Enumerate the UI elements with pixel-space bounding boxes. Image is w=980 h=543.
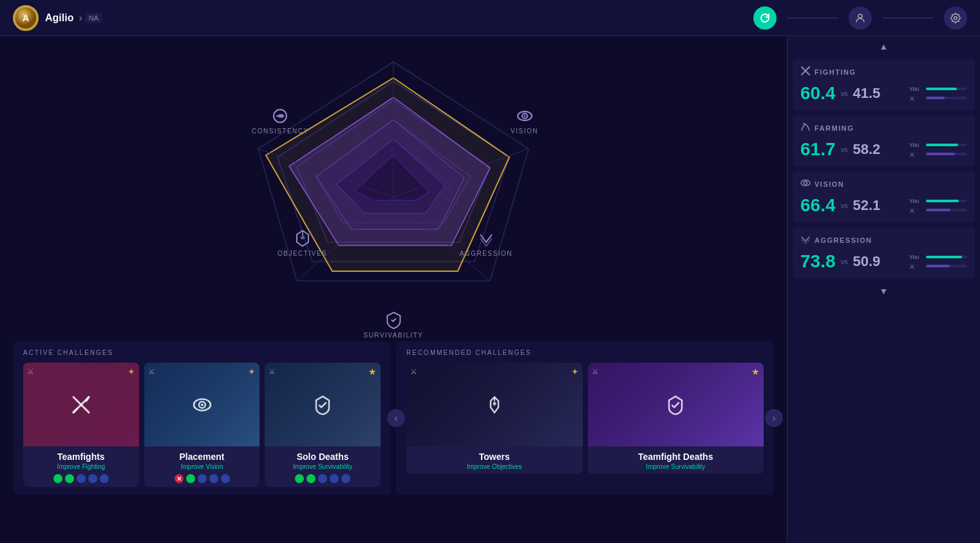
aggression-you-track	[926, 256, 967, 258]
dot-sb3	[341, 474, 350, 483]
scroll-down-button[interactable]: ▼	[787, 281, 980, 301]
label-consistency: CONSISTENCY	[252, 107, 309, 135]
farming-score: 61.7	[800, 139, 836, 160]
aggression-them-label: ⚔	[909, 263, 923, 270]
dot-3	[77, 474, 86, 483]
stat-card-vision: VISION 66.4 vs 52.1 You ⚔	[793, 171, 975, 222]
placement-badge-icon: ⚔	[148, 367, 155, 376]
dot-sb2	[330, 474, 339, 483]
aggression-them-track	[926, 265, 967, 267]
dot-sb1	[318, 474, 327, 483]
active-challenges-panel: ACTIVE CHALLENGES ⚔ ✦	[13, 341, 391, 495]
challenge-card-placement[interactable]: ⚔ ✦ Plac	[144, 363, 260, 487]
svg-line-34	[807, 67, 809, 69]
profile-button[interactable]	[849, 6, 872, 30]
aggression-vs: vs	[841, 258, 848, 265]
stat-card-farming: FARMING 61.7 vs 58.2 You ⚔	[793, 115, 975, 166]
header-divider	[787, 17, 838, 19]
settings-button[interactable]	[944, 6, 967, 30]
teamfights-center-icon	[71, 394, 91, 419]
label-aggression: AGGRESSION	[460, 229, 513, 257]
vision-opponent: 52.1	[853, 197, 881, 214]
dot-b2	[209, 474, 218, 483]
teamfights-dots	[28, 474, 134, 483]
farming-you-fill	[926, 144, 958, 146]
teamfights-badge-icon: ⚔	[27, 367, 34, 376]
dot-b1	[198, 474, 207, 483]
challenge-card-teamfights[interactable]: ⚔ ✦	[23, 363, 139, 487]
stat-card-fighting: FIGHTING 60.4 vs 41.5 You ⚔	[793, 59, 975, 110]
placement-diff-icon: ✦	[248, 367, 256, 377]
svg-point-2	[858, 14, 862, 18]
svg-point-37	[804, 182, 807, 185]
farming-vs: vs	[841, 146, 848, 153]
svg-line-27	[73, 408, 77, 412]
farming-icon	[800, 122, 811, 134]
radar-chart: CONSISTENCY VISION OBJECTIVES	[213, 43, 574, 339]
svg-line-26	[86, 397, 89, 401]
farming-them-label: ⚔	[909, 151, 923, 158]
region-badge: NA	[85, 13, 102, 23]
fighting-them-track	[926, 97, 967, 99]
recommended-challenges-title: RECOMMENDED CHALLENGES	[406, 349, 764, 356]
vision-you-track	[926, 200, 967, 202]
solo-deaths-sub: Improve Survivability	[270, 463, 375, 470]
vision-bars: You ⚔	[909, 198, 967, 214]
svg-point-20	[278, 114, 282, 118]
teamfight-deaths-sub: Improve Survivability	[593, 463, 759, 470]
aggression-stat-icon	[800, 234, 811, 246]
vision-title: VISION	[815, 180, 844, 188]
solo-deaths-dots	[270, 474, 375, 483]
aggression-you-label: You	[909, 254, 923, 260]
farming-you-track	[926, 144, 967, 146]
left-panel: CONSISTENCY VISION OBJECTIVES	[0, 36, 787, 543]
teamfights-name: Teamfights	[28, 452, 134, 462]
vision-score: 66.4	[800, 195, 836, 216]
main-content: CONSISTENCY VISION OBJECTIVES	[0, 36, 980, 543]
recommended-challenges-panel: RECOMMENDED CHALLENGES ‹ ⚔ ✦	[396, 341, 774, 495]
fighting-you-track	[926, 88, 967, 90]
avatar: A	[13, 5, 39, 31]
dot-5	[100, 474, 109, 483]
farming-them-fill	[926, 153, 955, 155]
vision-you-label: You	[909, 198, 923, 204]
header: A Agilio › NA	[0, 0, 980, 36]
svg-point-3	[954, 16, 957, 19]
challenge-card-solo-deaths[interactable]: ⚔ ★ Solo Deaths	[265, 363, 381, 487]
dot-4	[88, 474, 97, 483]
towers-badge-icon: ⚔	[410, 367, 417, 376]
solo-deaths-name: Solo Deaths	[270, 452, 375, 462]
refresh-button[interactable]	[753, 6, 777, 30]
vision-stat-icon	[800, 178, 811, 190]
fighting-bars: You ⚔	[909, 86, 967, 102]
towers-center-icon	[484, 394, 505, 419]
dot-1	[53, 474, 62, 483]
aggression-score: 73.8	[800, 251, 836, 272]
you-label: You	[909, 86, 923, 92]
farming-opponent: 58.2	[853, 141, 881, 158]
dot-b3	[221, 474, 230, 483]
header-divider-2	[882, 17, 934, 19]
fighting-title: FIGHTING	[815, 68, 856, 76]
prev-challenge-button[interactable]: ‹	[387, 409, 405, 427]
label-survivability: SURVIVABILITY	[363, 311, 423, 339]
scroll-up-button[interactable]: ▲	[787, 36, 980, 57]
next-challenge-button[interactable]: ›	[765, 409, 783, 427]
aggression-opponent: 50.9	[853, 253, 881, 270]
placement-sub: Improve Vision	[149, 463, 255, 470]
aggression-title: AGGRESSION	[815, 236, 872, 244]
teamfight-deaths-name: Teamfight Deaths	[593, 452, 759, 462]
fighting-vs: vs	[841, 90, 848, 97]
fighting-opponent: 41.5	[853, 85, 881, 102]
recommended-challenge-cards: ⚔ ✦ Towe	[406, 363, 764, 474]
towers-diff-icon: ✦	[571, 367, 579, 377]
vision-you-fill	[926, 200, 959, 202]
aggression-bars: You ⚔	[909, 254, 967, 270]
challenges-section: ACTIVE CHALLENGES ⚔ ✦	[13, 341, 774, 495]
challenge-card-towers[interactable]: ⚔ ✦ Towe	[406, 363, 583, 474]
active-challenges-title: ACTIVE CHALLENGES	[23, 349, 381, 356]
challenge-card-teamfight-deaths[interactable]: ⚔ ★ Teamfight Deaths	[588, 363, 764, 474]
label-objectives: OBJECTIVES	[278, 229, 327, 257]
farming-bars: You ⚔	[909, 142, 967, 158]
teamfight-deaths-center-icon	[665, 394, 686, 419]
